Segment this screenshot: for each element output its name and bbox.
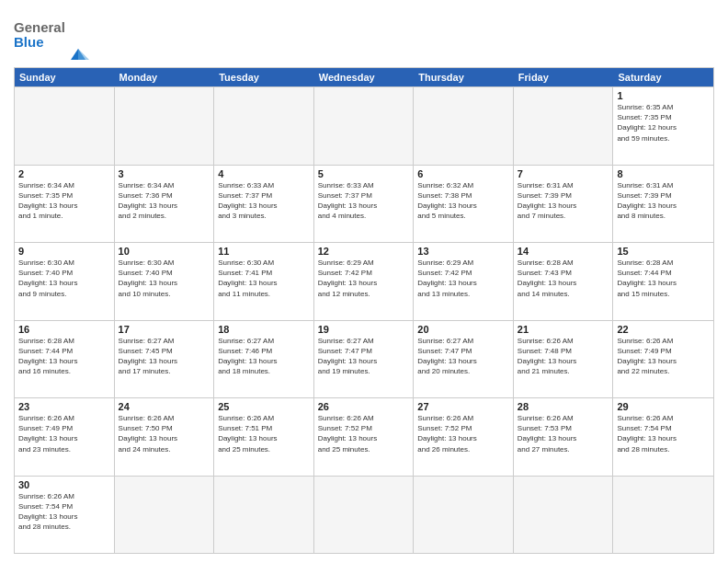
- day-info: Sunrise: 6:30 AM Sunset: 7:41 PM Dayligh…: [218, 258, 310, 299]
- calendar-row: 2Sunrise: 6:34 AM Sunset: 7:35 PM Daylig…: [15, 165, 713, 243]
- day-info: Sunrise: 6:26 AM Sunset: 7:52 PM Dayligh…: [318, 413, 410, 454]
- day-number: 17: [119, 324, 210, 335]
- calendar-cell: [414, 87, 514, 165]
- calendar-cell: 21Sunrise: 6:26 AM Sunset: 7:48 PM Dayli…: [514, 321, 614, 398]
- day-info: Sunrise: 6:33 AM Sunset: 7:37 PM Dayligh…: [218, 180, 310, 222]
- day-info: Sunrise: 6:26 AM Sunset: 7:50 PM Dayligh…: [119, 413, 210, 454]
- day-number: 11: [218, 246, 310, 257]
- logo: General Blue: [14, 14, 97, 60]
- svg-text:General: General: [14, 19, 65, 35]
- day-info: Sunrise: 6:29 AM Sunset: 7:42 PM Dayligh…: [417, 258, 509, 299]
- day-info: Sunrise: 6:35 AM Sunset: 7:35 PM Dayligh…: [617, 102, 710, 144]
- calendar-cell: 8Sunrise: 6:31 AM Sunset: 7:39 PM Daylig…: [613, 166, 713, 243]
- day-number: 5: [318, 168, 410, 179]
- calendar-cell: 22Sunrise: 6:26 AM Sunset: 7:49 PM Dayli…: [613, 321, 713, 398]
- calendar-cell: 2Sunrise: 6:34 AM Sunset: 7:35 PM Daylig…: [15, 166, 115, 243]
- calendar-cell: 3Sunrise: 6:34 AM Sunset: 7:36 PM Daylig…: [115, 166, 215, 243]
- day-info: Sunrise: 6:27 AM Sunset: 7:46 PM Dayligh…: [218, 336, 310, 377]
- calendar-row: 23Sunrise: 6:26 AM Sunset: 7:49 PM Dayli…: [15, 397, 713, 476]
- calendar-cell: 12Sunrise: 6:29 AM Sunset: 7:42 PM Dayli…: [314, 243, 415, 320]
- day-number: 29: [617, 401, 710, 412]
- day-info: Sunrise: 6:28 AM Sunset: 7:43 PM Dayligh…: [518, 258, 609, 299]
- calendar-cell: 4Sunrise: 6:33 AM Sunset: 7:37 PM Daylig…: [214, 166, 314, 243]
- day-number: 8: [617, 168, 710, 179]
- day-number: 14: [518, 246, 609, 257]
- calendar-cell: 18Sunrise: 6:27 AM Sunset: 7:46 PM Dayli…: [214, 321, 314, 398]
- weekday-header: Saturday: [613, 68, 713, 86]
- page: General Blue SundayMondayTuesdayWednesda…: [0, 0, 728, 563]
- day-number: 13: [417, 246, 509, 257]
- day-info: Sunrise: 6:26 AM Sunset: 7:51 PM Dayligh…: [218, 413, 310, 454]
- calendar-header: SundayMondayTuesdayWednesdayThursdayFrid…: [15, 68, 713, 86]
- day-info: Sunrise: 6:27 AM Sunset: 7:45 PM Dayligh…: [119, 336, 210, 377]
- day-number: 22: [617, 324, 710, 335]
- day-info: Sunrise: 6:26 AM Sunset: 7:54 PM Dayligh…: [617, 413, 710, 454]
- weekday-header: Sunday: [15, 68, 115, 86]
- day-number: 9: [18, 246, 110, 257]
- calendar-cell: [214, 87, 314, 165]
- day-info: Sunrise: 6:26 AM Sunset: 7:52 PM Dayligh…: [417, 413, 509, 454]
- calendar-row: 16Sunrise: 6:28 AM Sunset: 7:44 PM Dayli…: [15, 320, 713, 398]
- day-info: Sunrise: 6:27 AM Sunset: 7:47 PM Dayligh…: [417, 336, 509, 377]
- weekday-header: Tuesday: [214, 68, 314, 86]
- day-info: Sunrise: 6:28 AM Sunset: 7:44 PM Dayligh…: [18, 336, 110, 377]
- calendar-cell: 15Sunrise: 6:28 AM Sunset: 7:44 PM Dayli…: [613, 243, 713, 320]
- day-info: Sunrise: 6:28 AM Sunset: 7:44 PM Dayligh…: [617, 258, 710, 299]
- day-info: Sunrise: 6:27 AM Sunset: 7:47 PM Dayligh…: [318, 336, 410, 377]
- calendar-cell: 20Sunrise: 6:27 AM Sunset: 7:47 PM Dayli…: [414, 321, 514, 398]
- day-number: 20: [417, 324, 509, 335]
- calendar-cell: [613, 477, 713, 554]
- calendar-cell: 19Sunrise: 6:27 AM Sunset: 7:47 PM Dayli…: [314, 321, 415, 398]
- day-info: Sunrise: 6:34 AM Sunset: 7:36 PM Dayligh…: [119, 180, 210, 222]
- calendar-cell: [115, 87, 215, 165]
- day-info: Sunrise: 6:26 AM Sunset: 7:49 PM Dayligh…: [18, 413, 110, 454]
- day-number: 3: [119, 168, 210, 179]
- day-number: 30: [18, 479, 110, 490]
- calendar-cell: [214, 477, 314, 554]
- weekday-header: Friday: [514, 68, 614, 86]
- calendar-row: 30Sunrise: 6:26 AM Sunset: 7:54 PM Dayli…: [15, 476, 713, 554]
- weekday-header: Wednesday: [314, 68, 415, 86]
- day-number: 16: [18, 324, 110, 335]
- day-number: 28: [518, 401, 609, 412]
- day-number: 10: [119, 246, 210, 257]
- calendar-cell: 24Sunrise: 6:26 AM Sunset: 7:50 PM Dayli…: [115, 398, 215, 476]
- day-number: 12: [318, 246, 410, 257]
- day-info: Sunrise: 6:26 AM Sunset: 7:54 PM Dayligh…: [18, 491, 110, 533]
- calendar-cell: [514, 477, 614, 554]
- calendar-cell: [15, 87, 115, 165]
- day-info: Sunrise: 6:34 AM Sunset: 7:35 PM Dayligh…: [18, 180, 110, 222]
- day-info: Sunrise: 6:29 AM Sunset: 7:42 PM Dayligh…: [318, 258, 410, 299]
- calendar-row: 9Sunrise: 6:30 AM Sunset: 7:40 PM Daylig…: [15, 242, 713, 320]
- day-number: 4: [218, 168, 310, 179]
- calendar-cell: 13Sunrise: 6:29 AM Sunset: 7:42 PM Dayli…: [414, 243, 514, 320]
- svg-text:Blue: Blue: [14, 34, 44, 50]
- calendar-cell: 23Sunrise: 6:26 AM Sunset: 7:49 PM Dayli…: [15, 398, 115, 476]
- calendar-cell: [115, 477, 215, 554]
- calendar-cell: 27Sunrise: 6:26 AM Sunset: 7:52 PM Dayli…: [414, 398, 514, 476]
- day-info: Sunrise: 6:31 AM Sunset: 7:39 PM Dayligh…: [518, 180, 609, 222]
- calendar-cell: [514, 87, 614, 165]
- day-number: 27: [417, 401, 509, 412]
- calendar-cell: 9Sunrise: 6:30 AM Sunset: 7:40 PM Daylig…: [15, 243, 115, 320]
- calendar-cell: [314, 477, 415, 554]
- day-info: Sunrise: 6:26 AM Sunset: 7:53 PM Dayligh…: [518, 413, 609, 454]
- calendar-cell: 30Sunrise: 6:26 AM Sunset: 7:54 PM Dayli…: [15, 477, 115, 554]
- weekday-header: Monday: [115, 68, 215, 86]
- day-number: 15: [617, 246, 710, 257]
- day-number: 23: [18, 401, 110, 412]
- calendar-cell: [314, 87, 415, 165]
- calendar-cell: 25Sunrise: 6:26 AM Sunset: 7:51 PM Dayli…: [214, 398, 314, 476]
- calendar-cell: 29Sunrise: 6:26 AM Sunset: 7:54 PM Dayli…: [613, 398, 713, 476]
- day-info: Sunrise: 6:32 AM Sunset: 7:38 PM Dayligh…: [417, 180, 509, 222]
- day-number: 21: [518, 324, 609, 335]
- calendar-cell: 17Sunrise: 6:27 AM Sunset: 7:45 PM Dayli…: [115, 321, 215, 398]
- day-info: Sunrise: 6:33 AM Sunset: 7:37 PM Dayligh…: [318, 180, 410, 222]
- day-info: Sunrise: 6:31 AM Sunset: 7:39 PM Dayligh…: [617, 180, 710, 222]
- calendar-cell: 6Sunrise: 6:32 AM Sunset: 7:38 PM Daylig…: [414, 166, 514, 243]
- day-number: 26: [318, 401, 410, 412]
- calendar-cell: 10Sunrise: 6:30 AM Sunset: 7:40 PM Dayli…: [115, 243, 215, 320]
- day-number: 25: [218, 401, 310, 412]
- calendar-cell: 7Sunrise: 6:31 AM Sunset: 7:39 PM Daylig…: [514, 166, 614, 243]
- calendar-cell: [414, 477, 514, 554]
